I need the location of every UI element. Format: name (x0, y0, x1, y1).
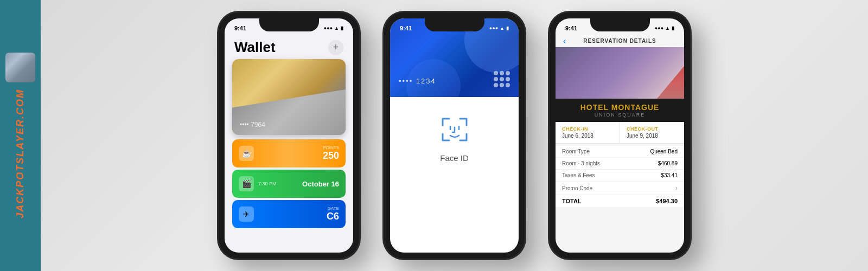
battery-icon: ▮ (341, 25, 343, 31)
chip-dot (494, 77, 498, 81)
hotel-name-section: HOTEL MONTAGUE UNION SQUARE (556, 99, 684, 122)
movie-pass[interactable]: 🎬 7:30 PM October 16 (232, 170, 346, 198)
checkin-col: CHECK-IN June 6, 2018 (556, 122, 620, 143)
movie-date-value: October 16 (302, 180, 339, 188)
hotel-location: UNION SQUARE (562, 112, 678, 118)
cards-container: •••• 7964 (225, 59, 353, 135)
detail-row[interactable]: Promo Code› (556, 182, 684, 195)
reservation-screen: 9:41 ●●● ▲ ▮ ‹ RESERVATION DETAILS HOTEL… (556, 18, 684, 253)
total-label: TOTAL (562, 198, 582, 204)
time-1: 9:41 (234, 25, 246, 31)
wallet-screen: 9:41 ●●● ▲ ▮ Wallet + •••• 7964 (225, 18, 353, 253)
checkin-date: June 6, 2018 (562, 133, 613, 139)
coffee-icon: ☕ (239, 146, 254, 161)
phone-reservation: 9:41 ●●● ▲ ▮ ‹ RESERVATION DETAILS HOTEL… (548, 11, 692, 260)
wifi-icon-3: ▲ (665, 25, 670, 31)
time-2: 9:41 (400, 25, 412, 31)
face-id-section: Face ID (390, 97, 519, 179)
battery-icon-3: ▮ (672, 25, 674, 31)
checkout-date: June 9, 2018 (627, 133, 678, 139)
detail-row-value: Queen Bed (650, 149, 678, 154)
wifi-icon-2: ▲ (500, 25, 505, 31)
notch-2 (425, 18, 484, 31)
face-id-label: Face ID (440, 153, 469, 163)
detail-row-value: › (675, 184, 678, 192)
signal-icon-2: ●●● (489, 25, 498, 31)
chip-dot (494, 71, 498, 75)
wallet-title: Wallet (234, 39, 276, 56)
checkin-checkout-row: CHECK-IN June 6, 2018 CHECK-OUT June 9, … (556, 122, 684, 144)
reservation-nav: ‹ RESERVATION DETAILS (556, 35, 684, 47)
pass-cards: ☕ POINTS 250 🎬 7:30 PM (225, 135, 353, 228)
status-icons-3: ●●● ▲ ▮ (655, 25, 674, 31)
checkin-label: CHECK-IN (562, 126, 613, 132)
detail-rows: Room TypeQueen BedRoom · 3 nights$460.89… (556, 146, 684, 207)
signal-icon-3: ●●● (655, 25, 663, 31)
detail-row-value: $460.89 (658, 160, 678, 166)
detail-row-value: $33.41 (661, 172, 678, 178)
movie-pass-info: 7:30 PM (258, 181, 302, 186)
signal-icon: ●●● (324, 25, 333, 31)
notch-3 (590, 18, 650, 31)
chip-dot (506, 83, 510, 87)
flight-icon: ✈ (239, 207, 254, 222)
detail-row-label: Room Type (562, 149, 590, 154)
detail-row-label: Room · 3 nights (562, 160, 600, 166)
detail-row: Room · 3 nights$460.89 (556, 158, 684, 170)
hotel-name: HOTEL MONTAGUE (562, 103, 678, 112)
status-icons-2: ●●● ▲ ▮ (489, 25, 509, 31)
phone-faceid: 9:41 ●●● ▲ ▮ •••• 1234 (382, 11, 526, 260)
flight-pass[interactable]: ✈ GATE C6 (232, 200, 346, 228)
hotel-image (556, 47, 684, 99)
detail-row-label: Promo Code (562, 185, 592, 191)
gate-value: C6 (327, 211, 339, 222)
checkout-label: CHECK-OUT (627, 126, 678, 132)
chip-dot (500, 71, 504, 75)
chip-dot (506, 71, 510, 75)
coffee-pass-right: POINTS 250 (323, 145, 339, 162)
chip-dot (500, 77, 504, 81)
brand-text: JACKPOTSLAYER.COM (15, 89, 26, 218)
wifi-icon: ▲ (334, 25, 339, 31)
flight-gate: GATE C6 (327, 206, 339, 222)
sidebar: JACKPOTSLAYER.COM (0, 0, 41, 271)
card-number-1: •••• 7964 (240, 121, 265, 128)
detail-row-label: Taxes & Fees (562, 172, 595, 178)
checkout-col: CHECK-OUT June 9, 2018 (620, 122, 684, 143)
movie-time: 7:30 PM (258, 181, 302, 186)
back-button[interactable]: ‹ (563, 36, 566, 46)
brand-logo (5, 53, 35, 82)
phone-wallet: 9:41 ●●● ▲ ▮ Wallet + •••• 7964 (217, 11, 361, 260)
points-label: POINTS (323, 145, 339, 150)
card-chip-dots (494, 71, 510, 87)
total-row: TOTAL$494.30 (556, 195, 684, 207)
gate-label: GATE (328, 206, 339, 211)
notch-1 (259, 18, 319, 31)
coffee-pass[interactable]: ☕ POINTS 250 (232, 139, 346, 167)
chip-dot (506, 77, 510, 81)
detail-row: Taxes & Fees$33.41 (556, 170, 684, 182)
wallet-add-button[interactable]: + (328, 40, 343, 55)
face-id-icon (438, 113, 471, 146)
points-value: 250 (323, 150, 339, 162)
detail-row: Room TypeQueen Bed (556, 146, 684, 158)
main-content: 9:41 ●●● ▲ ▮ Wallet + •••• 7964 (41, 0, 868, 271)
movie-icon: 🎬 (239, 176, 254, 191)
total-value: $494.30 (656, 198, 678, 204)
battery-icon-2: ▮ (506, 25, 509, 31)
card-number-2: •••• 1234 (399, 77, 436, 85)
wallet-header: Wallet + (225, 35, 353, 59)
time-3: 9:41 (565, 25, 577, 31)
faceid-screen: 9:41 ●●● ▲ ▮ •••• 1234 (390, 18, 519, 253)
status-icons-1: ●●● ▲ ▮ (324, 25, 343, 31)
reservation-nav-title: RESERVATION DETAILS (583, 38, 656, 44)
credit-card[interactable]: •••• 7964 (232, 59, 346, 135)
movie-date: October 16 (302, 180, 339, 188)
chip-dot (494, 83, 498, 87)
chip-dot (500, 83, 504, 87)
